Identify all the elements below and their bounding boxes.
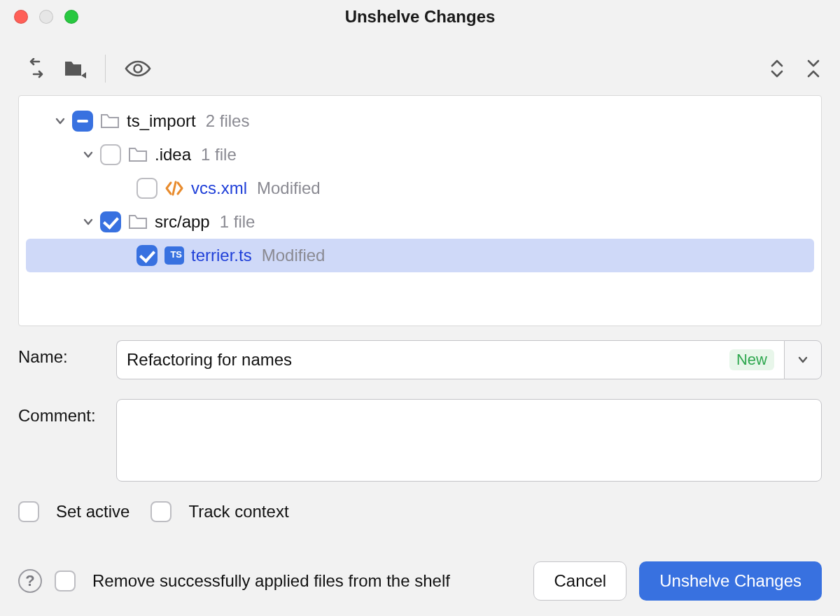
chevron-down-icon[interactable] (80, 214, 96, 230)
remove-applied-label: Remove successfully applied files from t… (92, 571, 450, 591)
toolbar-separator (105, 55, 106, 83)
set-active-label: Set active (56, 502, 130, 522)
checkbox-idea[interactable] (100, 144, 121, 165)
unshelve-changes-button[interactable]: Unshelve Changes (639, 561, 822, 601)
window-controls (14, 10, 78, 24)
xml-file-icon (164, 181, 184, 196)
window-zoom-button[interactable] (64, 10, 78, 24)
chevron-down-icon[interactable] (52, 113, 68, 129)
toolbar (0, 34, 840, 95)
checkbox-set-active[interactable] (18, 501, 39, 522)
checkbox-root[interactable] (72, 111, 93, 132)
tree-label: .idea (155, 145, 191, 164)
checkbox-vcsxml[interactable] (136, 178, 158, 199)
tree-row-idea[interactable]: .idea 1 file (19, 138, 821, 172)
remove-applied-option[interactable]: Remove successfully applied files from t… (55, 570, 450, 592)
folder-icon (128, 146, 148, 163)
name-label: Name: (18, 340, 116, 367)
chevron-down-icon[interactable] (80, 147, 96, 162)
tree-status: Modified (262, 246, 326, 265)
checkbox-terrier[interactable] (136, 245, 158, 266)
checkbox-track-context[interactable] (150, 501, 172, 522)
tree-status: Modified (257, 178, 321, 198)
comment-row: Comment: (18, 399, 822, 482)
typescript-file-icon: TS (164, 246, 184, 265)
tree-label: vcs.xml (191, 178, 247, 198)
set-active-option[interactable]: Set active (18, 501, 130, 522)
comment-field[interactable] (116, 399, 822, 482)
folder-icon (128, 214, 148, 230)
tree-label: src/app (155, 212, 210, 232)
track-context-label: Track context (188, 502, 288, 522)
tree-label: terrier.ts (191, 246, 252, 265)
svg-point-0 (134, 65, 142, 73)
changes-tree[interactable]: ts_import 2 files .idea 1 file vcs.xml M… (18, 95, 822, 326)
tree-meta: 1 file (220, 212, 255, 232)
unshelve-arrows-icon[interactable] (25, 58, 49, 79)
tree-row-terrier[interactable]: TS terrier.ts Modified (26, 239, 814, 272)
checkbox-srcapp[interactable] (100, 211, 121, 232)
name-field[interactable]: Refactoring for names New (116, 340, 784, 379)
tree-meta: 2 files (206, 111, 250, 131)
track-context-option[interactable]: Track context (150, 501, 288, 522)
collapse-all-icon[interactable] (805, 58, 822, 79)
window-close-button[interactable] (14, 10, 28, 24)
tree-meta: 1 file (201, 145, 237, 164)
expand-all-icon[interactable] (769, 58, 785, 79)
new-badge: New (729, 349, 774, 370)
tree-label: ts_import (127, 111, 196, 131)
comment-label: Comment: (18, 399, 116, 426)
options-row: Set active Track context (0, 501, 840, 522)
tree-row-vcsxml[interactable]: vcs.xml Modified (19, 172, 821, 205)
window-title: Unshelve Changes (0, 7, 840, 27)
folder-icon (100, 113, 120, 130)
name-value: Refactoring for names (127, 350, 722, 370)
form: Name: Refactoring for names New Comment: (0, 340, 840, 482)
changelist-icon[interactable] (63, 58, 87, 79)
title-bar: Unshelve Changes (0, 0, 840, 34)
help-button[interactable]: ? (18, 569, 42, 593)
preview-diff-icon[interactable] (124, 58, 152, 79)
cancel-button[interactable]: Cancel (533, 561, 626, 601)
tree-row-srcapp[interactable]: src/app 1 file (19, 205, 821, 239)
tree-row-root[interactable]: ts_import 2 files (19, 104, 821, 138)
dialog-footer: ? Remove successfully applied files from… (0, 561, 840, 601)
name-row: Name: Refactoring for names New (18, 340, 822, 379)
window-minimize-button[interactable] (39, 10, 53, 24)
checkbox-remove-applied[interactable] (55, 570, 76, 592)
name-dropdown-button[interactable] (784, 340, 822, 379)
